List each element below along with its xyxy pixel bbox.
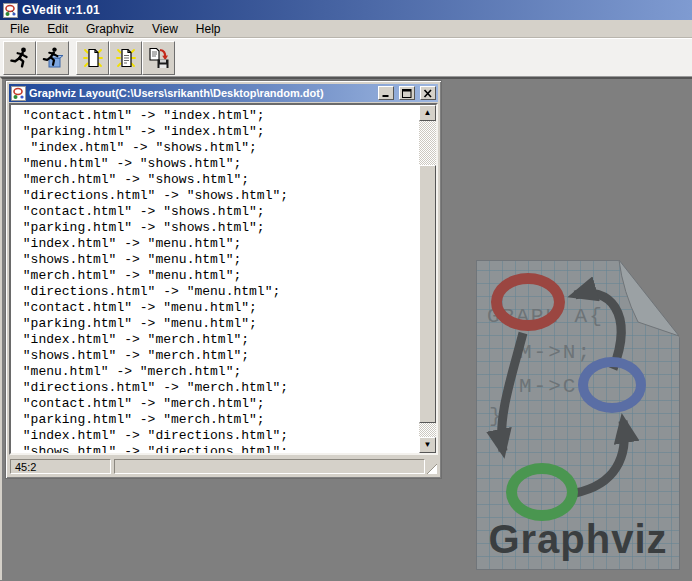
scroll-down-button[interactable]: ▼: [419, 437, 436, 453]
menu-bar: FileEditGraphvizViewHelp: [0, 20, 692, 38]
editor-line: "directions.html" -> "merch.html";: [15, 380, 419, 396]
editor-line: "merch.html" -> "menu.html";: [15, 268, 419, 284]
child-window-title: Graphviz Layout(C:\Users\srikanth\Deskto…: [29, 87, 373, 99]
vertical-scrollbar[interactable]: ▲ ▼: [419, 105, 436, 453]
status-bar: 45:2: [9, 456, 438, 475]
logo-wordmark: Graphviz: [477, 517, 679, 562]
editor-line: "parking.html" -> "merch.html";: [15, 412, 419, 428]
window-title: GVedit v:1.01: [22, 3, 100, 17]
editor-line: "directions.html" -> "menu.html";: [15, 284, 419, 300]
logo-node-red: [491, 273, 565, 331]
mdi-area: GRAPH A{ M->N; M->C; } Graphviz: [0, 77, 692, 580]
document-icon: [11, 86, 26, 101]
editor-text-area[interactable]: "contact.html" -> "index.html"; "parking…: [11, 105, 419, 453]
editor-line: "contact.html" -> "merch.html";: [15, 396, 419, 412]
minimize-icon: [381, 89, 391, 98]
editor-line: "contact.html" -> "index.html";: [15, 108, 419, 124]
editor-line: "parking.html" -> "index.html";: [15, 124, 419, 140]
main-titlebar[interactable]: GVedit v:1.01: [0, 0, 692, 20]
resize-grip[interactable]: [424, 461, 437, 474]
editor-line: "index.html" -> "merch.html";: [15, 332, 419, 348]
editor-line: "index.html" -> "shows.html";: [15, 140, 419, 156]
graphviz-layout-window: Graphviz Layout(C:\Users\srikanth\Deskto…: [5, 80, 442, 479]
editor-line: "index.html" -> "menu.html";: [15, 236, 419, 252]
maximize-icon: [402, 89, 412, 98]
graphviz-logo-watermark: GRAPH A{ M->N; M->C; } Graphviz: [454, 246, 690, 576]
run-preview-icon: [41, 46, 65, 70]
logo-node-green: [506, 463, 578, 521]
new-file-button[interactable]: [76, 41, 109, 75]
open-file-icon: [114, 46, 138, 70]
menu-item-view[interactable]: View: [143, 21, 187, 37]
menu-item-file[interactable]: File: [1, 21, 38, 37]
save-file-button[interactable]: [142, 41, 175, 75]
minimize-button[interactable]: [378, 86, 394, 100]
scroll-up-button[interactable]: ▲: [419, 105, 436, 121]
editor-line: "contact.html" -> "menu.html";: [15, 300, 419, 316]
editor-line: "parking.html" -> "shows.html";: [15, 220, 419, 236]
open-file-button[interactable]: [109, 41, 142, 75]
editor-line: "directions.html" -> "shows.html";: [15, 188, 419, 204]
editor-line: "menu.html" -> "merch.html";: [15, 364, 419, 380]
close-button[interactable]: [420, 86, 436, 100]
editor: "contact.html" -> "index.html"; "parking…: [9, 103, 438, 455]
run-icon: [8, 46, 32, 70]
editor-line: "merch.html" -> "shows.html";: [15, 172, 419, 188]
editor-line: "contact.html" -> "shows.html";: [15, 204, 419, 220]
save-file-icon: [147, 46, 171, 70]
close-icon: [423, 89, 433, 98]
cursor-position: 45:2: [10, 459, 111, 474]
logo-node-blue: [578, 357, 646, 413]
editor-line: "index.html" -> "directions.html";: [15, 428, 419, 444]
menu-item-help[interactable]: Help: [187, 21, 230, 37]
scrollbar-track[interactable]: [419, 121, 436, 437]
logo-paper: GRAPH A{ M->N; M->C; } Graphviz: [476, 260, 680, 570]
app-icon: [3, 3, 18, 18]
run-button[interactable]: [3, 41, 36, 75]
editor-line: "shows.html" -> "menu.html";: [15, 252, 419, 268]
run-preview-button[interactable]: [36, 41, 69, 75]
editor-line: "menu.html" -> "shows.html";: [15, 156, 419, 172]
scrollbar-thumb[interactable]: [419, 165, 436, 423]
logo-folded-corner: [618, 260, 680, 338]
menu-item-graphviz[interactable]: Graphviz: [77, 21, 143, 37]
maximize-button[interactable]: [399, 86, 415, 100]
child-titlebar[interactable]: Graphviz Layout(C:\Users\srikanth\Deskto…: [9, 84, 438, 102]
menu-item-edit[interactable]: Edit: [38, 21, 77, 37]
editor-line: "shows.html" -> "directions.html";: [15, 444, 419, 453]
new-file-icon: [81, 46, 105, 70]
status-message: [114, 459, 425, 474]
editor-line: "shows.html" -> "merch.html";: [15, 348, 419, 364]
editor-line: "parking.html" -> "menu.html";: [15, 316, 419, 332]
toolbar: [0, 38, 692, 77]
